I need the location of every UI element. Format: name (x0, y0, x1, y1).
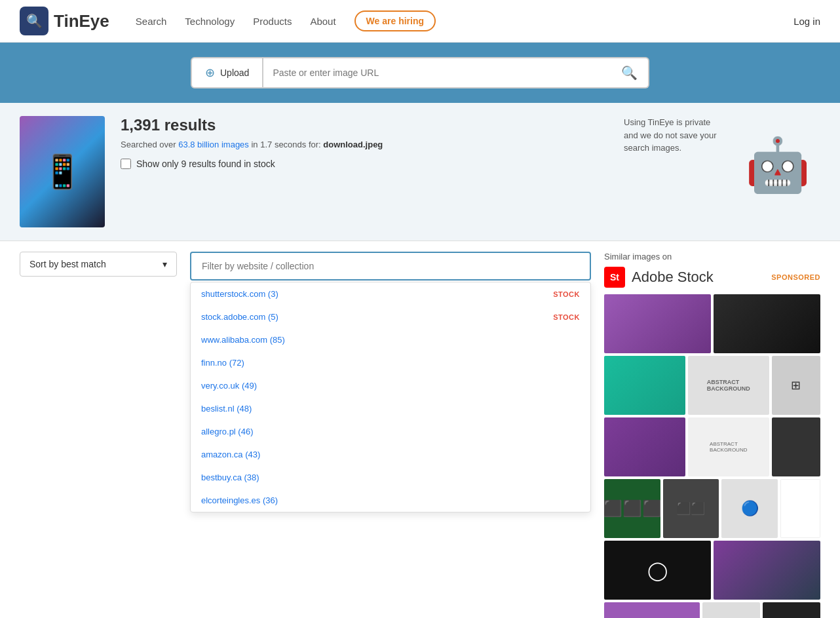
subtitle-prefix: Searched over (121, 140, 178, 149)
adobe-thumb-9[interactable]: ⬛⬛⬛ (604, 479, 660, 538)
logo-icon: 🔍 (20, 7, 48, 35)
adobe-thumb-3[interactable] (604, 356, 685, 415)
sort-label: Sort by best match (29, 259, 106, 269)
nav-technology[interactable]: Technology (185, 16, 235, 27)
adobe-thumb-12[interactable] (780, 479, 820, 538)
similar-label: Similar images on (604, 252, 820, 261)
adobe-img-17 (763, 602, 820, 618)
billion-link[interactable]: 63.8 billion images (178, 140, 249, 149)
stock-filter-label[interactable]: Show only 9 results found in stock (121, 159, 624, 169)
results-header: 📱 1,391 results Searched over 63.8 billi… (0, 103, 840, 241)
results-subtitle: Searched over 63.8 billion images in 1.7… (121, 140, 624, 149)
adobe-title: Adobe Stock (632, 269, 714, 286)
filter-item-name: allegro.pl (46) (201, 427, 254, 436)
upload-label: Upload (220, 68, 249, 78)
search-icon: 🔍 (621, 66, 638, 80)
nav-about[interactable]: About (310, 16, 335, 27)
adobe-thumb-6[interactable] (604, 417, 685, 476)
navbar: 🔍 TinEye Search Technology Products Abou… (0, 0, 840, 43)
adobe-img-14 (714, 541, 820, 600)
subtitle-mid: in 1.7 seconds for: (249, 140, 323, 149)
adobe-img-6 (604, 417, 685, 476)
results-side: Using TinEye is private and we do not sa… (624, 116, 820, 214)
adobe-img-11: 🔵 (721, 479, 778, 538)
filter-dropdown: shutterstock.com (3) STOCK stock.adobe.c… (190, 282, 591, 512)
adobe-img-7: ABSTRACTBACKGROUND (688, 417, 769, 476)
nav-links: Search Technology Products About We are … (136, 10, 793, 31)
filter-item-finn[interactable]: finn.no (72) (191, 351, 590, 374)
logo-text: TinEye (54, 11, 109, 31)
filter-item-amazon[interactable]: amazon.ca (43) (191, 443, 590, 466)
nav-search[interactable]: Search (136, 16, 167, 27)
adobe-img-2 (714, 294, 820, 353)
nav-products[interactable]: Products (253, 16, 292, 27)
upload-icon: ⊕ (205, 66, 215, 80)
adobe-img-12 (780, 479, 820, 538)
adobe-thumb-8[interactable] (772, 417, 820, 476)
main-content: Sort by best match ▾ shutterstock.com (3… (0, 241, 840, 618)
adobe-thumb-13[interactable]: ◯ (604, 541, 711, 600)
adobe-row-6: ⚙ (604, 602, 820, 618)
filter-input[interactable] (190, 252, 591, 280)
adobe-thumb-16[interactable]: ⚙ (702, 602, 760, 618)
left-column: Sort by best match ▾ (20, 252, 177, 618)
adobe-thumb-1[interactable] (604, 294, 711, 353)
chevron-down-icon: ▾ (162, 259, 167, 269)
adobe-img-15 (604, 602, 700, 618)
adobe-thumb-5[interactable]: ⊞ (772, 356, 820, 415)
url-input[interactable] (263, 57, 611, 88)
hiring-button[interactable]: We are hiring (354, 10, 436, 31)
filter-item-beslist[interactable]: beslist.nl (48) (191, 397, 590, 420)
adobe-thumb-11[interactable]: 🔵 (721, 479, 778, 538)
filter-item-badge: STOCK (553, 290, 580, 298)
search-button[interactable]: 🔍 (611, 57, 649, 88)
filter-item-shutterstock[interactable]: shutterstock.com (3) STOCK (191, 282, 590, 305)
adobe-thumb-17[interactable] (763, 602, 820, 618)
filter-item-bestbuy[interactable]: bestbuy.ca (38) (191, 466, 590, 489)
adobe-logo-text: St (610, 272, 619, 282)
adobe-stock-panel: Similar images on St Adobe Stock SPONSOR… (604, 252, 820, 618)
adobe-thumb-15[interactable] (604, 602, 700, 618)
adobe-row-5: ◯ (604, 541, 820, 600)
adobe-img-3 (604, 356, 685, 415)
right-column: Similar images on St Adobe Stock SPONSOR… (604, 252, 820, 618)
robot-mascot: 🤖 (735, 116, 820, 214)
filter-item-alibaba[interactable]: www.alibaba.com (85) (191, 328, 590, 351)
adobe-thumb-14[interactable] (714, 541, 820, 600)
adobe-img-10: ⬛⬛ (663, 479, 719, 538)
adobe-title-row: St Adobe Stock (604, 267, 714, 288)
filter-item-allegro[interactable]: allegro.pl (46) (191, 420, 590, 443)
filter-item-elcorte[interactable]: elcorteingles.es (36) (191, 489, 590, 512)
adobe-row-1 (604, 294, 820, 353)
adobe-img-4: ABSTRACTBACKGROUND (688, 356, 769, 415)
filter-item-name: amazon.ca (43) (201, 450, 260, 459)
adobe-logo: St (604, 267, 625, 288)
filter-item-name: bestbuy.ca (38) (201, 473, 259, 482)
sponsored-badge: SPONSORED (771, 273, 820, 281)
adobe-img-5: ⊞ (772, 356, 820, 415)
adobe-img-1 (604, 294, 711, 353)
logo[interactable]: 🔍 TinEye (20, 7, 109, 35)
filter-item-name: very.co.uk (49) (201, 381, 257, 391)
results-info: 1,391 results Searched over 63.8 billion… (121, 116, 624, 169)
adobe-thumb-7[interactable]: ABSTRACTBACKGROUND (688, 417, 769, 476)
query-image-thumb: 📱 (20, 116, 105, 227)
filter-item-very[interactable]: very.co.uk (49) (191, 374, 590, 397)
results-count: 1,391 results (121, 116, 624, 134)
query-image: 📱 (20, 116, 105, 227)
search-section: ⊕ Upload 🔍 (0, 43, 840, 103)
adobe-thumb-10[interactable]: ⬛⬛ (663, 479, 719, 538)
stock-filter-checkbox[interactable] (121, 159, 131, 169)
filter-item-adobe[interactable]: stock.adobe.com (5) STOCK (191, 305, 590, 328)
filter-item-name: stock.adobe.com (5) (201, 312, 278, 322)
filter-item-name: finn.no (72) (201, 358, 244, 368)
adobe-header: St Adobe Stock SPONSORED (604, 267, 820, 288)
adobe-thumb-4[interactable]: ABSTRACTBACKGROUND (688, 356, 769, 415)
private-text: Using TinEye is private and we do not sa… (624, 117, 717, 153)
login-link[interactable]: Log in (793, 16, 820, 27)
adobe-thumb-2[interactable] (714, 294, 820, 353)
upload-button[interactable]: ⊕ Upload (191, 57, 263, 88)
sort-dropdown[interactable]: Sort by best match ▾ (20, 252, 177, 277)
filter-item-name: beslist.nl (48) (201, 404, 252, 414)
search-bar: ⊕ Upload 🔍 (191, 57, 649, 88)
